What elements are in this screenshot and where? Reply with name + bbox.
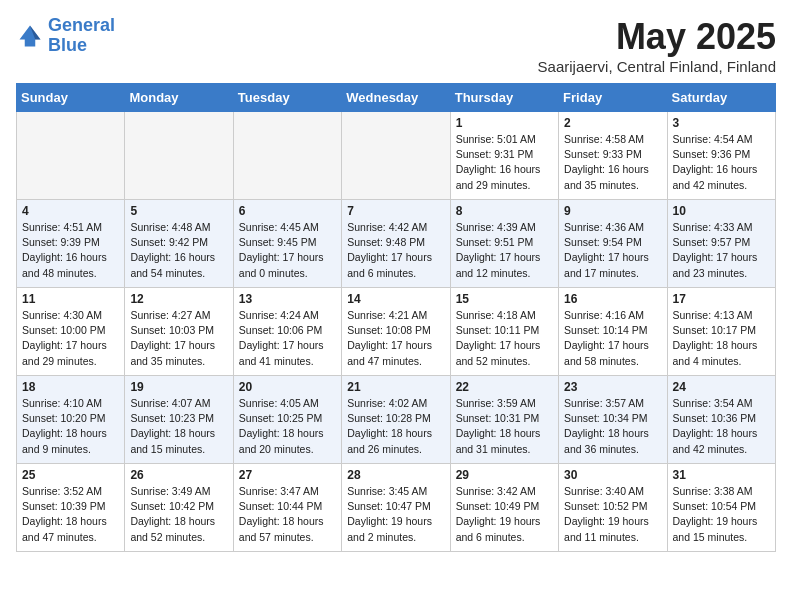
calendar-cell: 15Sunrise: 4:18 AM Sunset: 10:11 PM Dayl… <box>450 288 558 376</box>
cell-info: Sunrise: 3:38 AM Sunset: 10:54 PM Daylig… <box>673 484 770 545</box>
calendar-cell: 3Sunrise: 4:54 AM Sunset: 9:36 PM Daylig… <box>667 112 775 200</box>
cell-info: Sunrise: 4:33 AM Sunset: 9:57 PM Dayligh… <box>673 220 770 281</box>
day-number: 17 <box>673 292 770 306</box>
weekday-header: Wednesday <box>342 84 450 112</box>
cell-info: Sunrise: 4:10 AM Sunset: 10:20 PM Daylig… <box>22 396 119 457</box>
day-number: 31 <box>673 468 770 482</box>
calendar-week-row: 18Sunrise: 4:10 AM Sunset: 10:20 PM Dayl… <box>17 376 776 464</box>
cell-info: Sunrise: 4:13 AM Sunset: 10:17 PM Daylig… <box>673 308 770 369</box>
location-title: Saarijaervi, Central Finland, Finland <box>538 58 776 75</box>
calendar-cell: 7Sunrise: 4:42 AM Sunset: 9:48 PM Daylig… <box>342 200 450 288</box>
cell-info: Sunrise: 4:21 AM Sunset: 10:08 PM Daylig… <box>347 308 444 369</box>
weekday-header: Tuesday <box>233 84 341 112</box>
day-number: 9 <box>564 204 661 218</box>
weekday-header: Thursday <box>450 84 558 112</box>
calendar-cell: 27Sunrise: 3:47 AM Sunset: 10:44 PM Dayl… <box>233 464 341 552</box>
weekday-header: Monday <box>125 84 233 112</box>
calendar-cell: 10Sunrise: 4:33 AM Sunset: 9:57 PM Dayli… <box>667 200 775 288</box>
cell-info: Sunrise: 3:42 AM Sunset: 10:49 PM Daylig… <box>456 484 553 545</box>
cell-info: Sunrise: 4:30 AM Sunset: 10:00 PM Daylig… <box>22 308 119 369</box>
day-number: 6 <box>239 204 336 218</box>
calendar-cell: 24Sunrise: 3:54 AM Sunset: 10:36 PM Dayl… <box>667 376 775 464</box>
day-number: 18 <box>22 380 119 394</box>
cell-info: Sunrise: 3:45 AM Sunset: 10:47 PM Daylig… <box>347 484 444 545</box>
day-number: 29 <box>456 468 553 482</box>
day-number: 24 <box>673 380 770 394</box>
weekday-header: Friday <box>559 84 667 112</box>
cell-info: Sunrise: 4:27 AM Sunset: 10:03 PM Daylig… <box>130 308 227 369</box>
day-number: 1 <box>456 116 553 130</box>
weekday-header: Saturday <box>667 84 775 112</box>
logo-general: General <box>48 15 115 35</box>
day-number: 4 <box>22 204 119 218</box>
calendar-week-row: 1Sunrise: 5:01 AM Sunset: 9:31 PM Daylig… <box>17 112 776 200</box>
day-number: 12 <box>130 292 227 306</box>
cell-info: Sunrise: 4:58 AM Sunset: 9:33 PM Dayligh… <box>564 132 661 193</box>
cell-info: Sunrise: 4:51 AM Sunset: 9:39 PM Dayligh… <box>22 220 119 281</box>
logo-blue: Blue <box>48 35 87 55</box>
calendar-cell: 8Sunrise: 4:39 AM Sunset: 9:51 PM Daylig… <box>450 200 558 288</box>
cell-info: Sunrise: 3:49 AM Sunset: 10:42 PM Daylig… <box>130 484 227 545</box>
cell-info: Sunrise: 4:07 AM Sunset: 10:23 PM Daylig… <box>130 396 227 457</box>
day-number: 2 <box>564 116 661 130</box>
calendar-cell: 25Sunrise: 3:52 AM Sunset: 10:39 PM Dayl… <box>17 464 125 552</box>
weekday-header-row: SundayMondayTuesdayWednesdayThursdayFrid… <box>17 84 776 112</box>
calendar-cell: 26Sunrise: 3:49 AM Sunset: 10:42 PM Dayl… <box>125 464 233 552</box>
cell-info: Sunrise: 4:48 AM Sunset: 9:42 PM Dayligh… <box>130 220 227 281</box>
day-number: 20 <box>239 380 336 394</box>
day-number: 8 <box>456 204 553 218</box>
calendar-week-row: 4Sunrise: 4:51 AM Sunset: 9:39 PM Daylig… <box>17 200 776 288</box>
calendar-cell: 28Sunrise: 3:45 AM Sunset: 10:47 PM Dayl… <box>342 464 450 552</box>
calendar-cell: 6Sunrise: 4:45 AM Sunset: 9:45 PM Daylig… <box>233 200 341 288</box>
day-number: 25 <box>22 468 119 482</box>
day-number: 27 <box>239 468 336 482</box>
cell-info: Sunrise: 4:39 AM Sunset: 9:51 PM Dayligh… <box>456 220 553 281</box>
title-block: May 2025 Saarijaervi, Central Finland, F… <box>538 16 776 75</box>
calendar-cell: 19Sunrise: 4:07 AM Sunset: 10:23 PM Dayl… <box>125 376 233 464</box>
calendar-cell: 31Sunrise: 3:38 AM Sunset: 10:54 PM Dayl… <box>667 464 775 552</box>
cell-info: Sunrise: 4:24 AM Sunset: 10:06 PM Daylig… <box>239 308 336 369</box>
day-number: 11 <box>22 292 119 306</box>
cell-info: Sunrise: 3:52 AM Sunset: 10:39 PM Daylig… <box>22 484 119 545</box>
day-number: 15 <box>456 292 553 306</box>
calendar-cell: 23Sunrise: 3:57 AM Sunset: 10:34 PM Dayl… <box>559 376 667 464</box>
cell-info: Sunrise: 4:45 AM Sunset: 9:45 PM Dayligh… <box>239 220 336 281</box>
day-number: 22 <box>456 380 553 394</box>
calendar-cell: 1Sunrise: 5:01 AM Sunset: 9:31 PM Daylig… <box>450 112 558 200</box>
calendar-cell <box>17 112 125 200</box>
day-number: 23 <box>564 380 661 394</box>
calendar-cell: 5Sunrise: 4:48 AM Sunset: 9:42 PM Daylig… <box>125 200 233 288</box>
day-number: 14 <box>347 292 444 306</box>
weekday-header: Sunday <box>17 84 125 112</box>
calendar-week-row: 25Sunrise: 3:52 AM Sunset: 10:39 PM Dayl… <box>17 464 776 552</box>
calendar-cell: 18Sunrise: 4:10 AM Sunset: 10:20 PM Dayl… <box>17 376 125 464</box>
cell-info: Sunrise: 4:54 AM Sunset: 9:36 PM Dayligh… <box>673 132 770 193</box>
logo-icon <box>16 22 44 50</box>
cell-info: Sunrise: 5:01 AM Sunset: 9:31 PM Dayligh… <box>456 132 553 193</box>
cell-info: Sunrise: 3:47 AM Sunset: 10:44 PM Daylig… <box>239 484 336 545</box>
cell-info: Sunrise: 4:42 AM Sunset: 9:48 PM Dayligh… <box>347 220 444 281</box>
day-number: 7 <box>347 204 444 218</box>
calendar-cell: 12Sunrise: 4:27 AM Sunset: 10:03 PM Dayl… <box>125 288 233 376</box>
cell-info: Sunrise: 3:40 AM Sunset: 10:52 PM Daylig… <box>564 484 661 545</box>
day-number: 28 <box>347 468 444 482</box>
day-number: 5 <box>130 204 227 218</box>
day-number: 21 <box>347 380 444 394</box>
calendar-cell: 21Sunrise: 4:02 AM Sunset: 10:28 PM Dayl… <box>342 376 450 464</box>
day-number: 30 <box>564 468 661 482</box>
calendar-cell <box>233 112 341 200</box>
day-number: 19 <box>130 380 227 394</box>
cell-info: Sunrise: 4:16 AM Sunset: 10:14 PM Daylig… <box>564 308 661 369</box>
page-header: General Blue May 2025 Saarijaervi, Centr… <box>16 16 776 75</box>
cell-info: Sunrise: 3:54 AM Sunset: 10:36 PM Daylig… <box>673 396 770 457</box>
calendar-cell <box>342 112 450 200</box>
calendar-cell: 13Sunrise: 4:24 AM Sunset: 10:06 PM Dayl… <box>233 288 341 376</box>
logo: General Blue <box>16 16 115 56</box>
day-number: 13 <box>239 292 336 306</box>
calendar-week-row: 11Sunrise: 4:30 AM Sunset: 10:00 PM Dayl… <box>17 288 776 376</box>
cell-info: Sunrise: 4:05 AM Sunset: 10:25 PM Daylig… <box>239 396 336 457</box>
calendar-cell <box>125 112 233 200</box>
day-number: 16 <box>564 292 661 306</box>
cell-info: Sunrise: 4:02 AM Sunset: 10:28 PM Daylig… <box>347 396 444 457</box>
month-title: May 2025 <box>538 16 776 58</box>
